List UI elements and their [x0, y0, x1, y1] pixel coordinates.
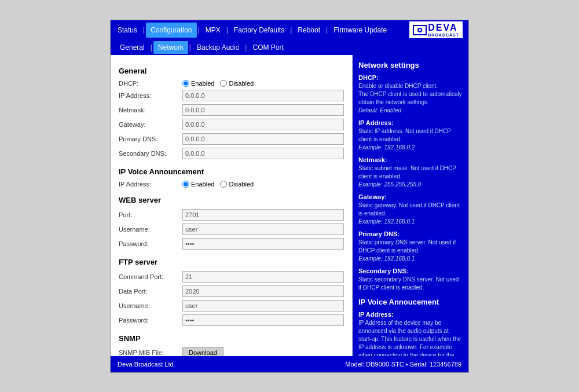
top-nav-items: Status | Configuration | MPX | Factory D… — [113, 23, 406, 38]
web-username-input[interactable] — [182, 224, 344, 235]
nav-firmware-update[interactable]: Firmware Update — [329, 23, 391, 38]
subnav-network[interactable]: Network — [153, 41, 188, 54]
field-ip-address: IP Address: — [119, 90, 344, 101]
web-password-input[interactable] — [182, 238, 344, 250]
field-ftp-password: Password: — [119, 314, 344, 326]
label-ip-voice-address: IP Address: — [119, 181, 182, 188]
field-ftp-command-port: Command Port: — [119, 271, 344, 283]
ftp-data-port-input[interactable] — [182, 285, 344, 297]
label-ip-address: IP Address: — [119, 92, 182, 99]
label-web-password: Password: — [119, 240, 182, 247]
netmask-input[interactable] — [182, 104, 344, 116]
help-netmask-title: Netmask: — [358, 156, 463, 163]
dhcp-enabled-radio[interactable] — [182, 80, 189, 87]
label-ftp-password: Password: — [119, 317, 182, 324]
nav-status[interactable]: Status — [113, 23, 142, 38]
main-container: Status | Configuration | MPX | Factory D… — [110, 20, 469, 373]
subnav-sep-2: | — [189, 43, 191, 52]
web-port-input[interactable] — [182, 209, 344, 221]
dhcp-enabled-label: Enabled — [191, 80, 214, 87]
gateway-input[interactable] — [182, 119, 344, 130]
ftp-password-input[interactable] — [182, 314, 344, 326]
nav-sep-3: | — [226, 26, 228, 34]
subnav-com-port[interactable]: COM Port — [248, 41, 288, 54]
help-ip-voice-ip-text: IP Address of the device may be announce… — [358, 319, 463, 356]
ip-voice-enabled-option[interactable]: Enabled — [182, 181, 214, 188]
logo-deva-text: DEVA — [428, 23, 459, 33]
dhcp-disabled-option[interactable]: Disabled — [220, 80, 254, 87]
field-primary-dns: Primary DNS: — [119, 133, 344, 145]
help-title: Network settings — [358, 61, 463, 69]
field-secondary-dns: Secondary DNS: — [119, 148, 344, 159]
nav-configuration[interactable]: Configuration — [146, 23, 196, 38]
label-gateway: Gateway: — [119, 121, 182, 128]
label-ftp-username: Username: — [119, 302, 182, 309]
subnav-sep-3: | — [245, 43, 247, 52]
field-netmask: Netmask: — [119, 104, 344, 116]
label-ftp-data-port: Data Port: — [119, 288, 182, 295]
ftp-command-port-input[interactable] — [182, 271, 344, 283]
help-ip-address-text: Static IP address. Not used if DHCP clie… — [358, 127, 463, 152]
help-dhcp-text: Enable or disable DHCP client. The DHCP … — [358, 82, 463, 115]
field-ftp-username: Username: — [119, 300, 344, 312]
help-primary-dns-title: Primary DNS: — [358, 230, 463, 237]
help-gateway-title: Gateway: — [358, 193, 463, 200]
ip-voice-disabled-option[interactable]: Disabled — [220, 181, 254, 188]
field-snmp-mib-file: SNMP MIB File: Download — [119, 347, 344, 356]
logo-box: DEVA BROADCAST — [409, 21, 463, 38]
help-primary-dns-text: Static primary DNS server. Not used if D… — [358, 239, 463, 263]
logo-area: DEVA BROADCAST — [406, 20, 466, 39]
logo-broadcast-text: BROADCAST — [428, 33, 459, 37]
help-gateway-text: Static gateway. Not used if DHCP client … — [358, 202, 463, 226]
secondary-dns-input[interactable] — [182, 148, 344, 159]
ftp-username-input[interactable] — [182, 300, 344, 312]
help-ip-voice-section-title: IP Voice Annoucement — [358, 298, 463, 306]
ip-voice-radio-group: Enabled Disabled — [182, 181, 254, 188]
dhcp-disabled-radio[interactable] — [220, 80, 227, 87]
ip-voice-disabled-radio[interactable] — [220, 181, 227, 188]
subnav-general[interactable]: General — [115, 41, 149, 54]
logo-icon: DEVA BROADCAST — [413, 23, 459, 37]
help-netmask-text: Static subnet mask. Not used if DHCP cli… — [358, 164, 463, 189]
section-ip-voice-title: IP Voice Announcement — [119, 167, 344, 176]
nav-sep-1: | — [143, 26, 145, 34]
right-panel: Network settings DHCP: Enable or disable… — [353, 55, 468, 356]
ip-address-input[interactable] — [182, 90, 344, 101]
label-snmp-mib-file: SNMP MIB File: — [119, 349, 182, 356]
field-gateway: Gateway: — [119, 119, 344, 130]
label-netmask: Netmask: — [119, 107, 182, 113]
download-button[interactable]: Download — [182, 347, 223, 356]
help-secondary-dns-text: Static secondary DNS server. Not used if… — [358, 276, 463, 292]
nav-factory-defaults[interactable]: Factory Defaults — [229, 23, 289, 38]
dhcp-radio-group: Enabled Disabled — [182, 80, 254, 87]
help-ip-address-title: IP Address: — [358, 119, 463, 126]
nav-sep-5: | — [326, 26, 328, 34]
help-ip-voice-ip-title: IP Address: — [358, 311, 463, 318]
field-ftp-data-port: Data Port: — [119, 285, 344, 297]
footer: Deva Broadcast Ltd. Model: DB9000-STC • … — [111, 356, 468, 372]
subnav-backup-audio[interactable]: Backup Audio — [192, 41, 244, 54]
nav-sep-2: | — [198, 26, 200, 34]
label-primary-dns: Primary DNS: — [119, 135, 182, 142]
ip-voice-enabled-radio[interactable] — [182, 181, 189, 188]
dhcp-enabled-option[interactable]: Enabled — [182, 80, 214, 87]
section-snmp-title: SNMP — [119, 334, 344, 343]
subnav-sep-1: | — [151, 43, 152, 52]
top-nav: Status | Configuration | MPX | Factory D… — [111, 20, 468, 40]
label-secondary-dns: Secondary DNS: — [119, 150, 182, 157]
field-ip-voice-address: IP Address: Enabled Disabled — [119, 181, 344, 188]
nav-mpx[interactable]: MPX — [201, 23, 225, 38]
primary-dns-input[interactable] — [182, 133, 344, 145]
ip-voice-disabled-label: Disabled — [229, 181, 254, 188]
left-panel: General DHCP: Enabled Disabled IP Addres… — [111, 55, 353, 356]
footer-right: Model: DB9000-STC • Serial: 123456789 — [345, 361, 461, 368]
nav-reboot[interactable]: Reboot — [293, 23, 325, 38]
help-secondary-dns-title: Secondary DNS: — [358, 268, 463, 274]
field-web-port: Port: — [119, 209, 344, 221]
field-web-username: Username: — [119, 224, 344, 235]
label-web-username: Username: — [119, 226, 182, 233]
field-dhcp: DHCP: Enabled Disabled — [119, 80, 344, 87]
field-web-password: Password: — [119, 238, 344, 250]
label-ftp-command-port: Command Port: — [119, 273, 182, 280]
label-dhcp: DHCP: — [119, 80, 182, 87]
